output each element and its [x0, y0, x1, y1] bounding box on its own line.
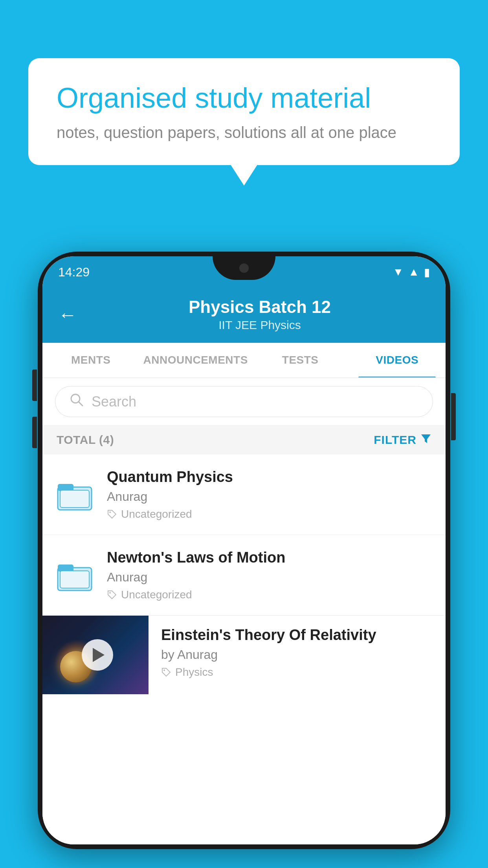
svg-marker-2: [421, 434, 431, 443]
list-item[interactable]: Einstein's Theory Of Relativity by Anura…: [42, 616, 446, 694]
list-item[interactable]: Quantum Physics Anurag Uncategorized: [42, 454, 446, 535]
tab-tests[interactable]: TESTS: [252, 343, 349, 377]
header-subtitle: IIT JEE Physics: [90, 318, 430, 332]
video-tag: Uncategorized: [107, 588, 433, 601]
tab-announcements[interactable]: ANNOUNCEMENTS: [139, 343, 252, 377]
header-title-block: Physics Batch 12 IIT JEE Physics: [90, 297, 430, 332]
bubble-title: Organised study material: [57, 82, 431, 114]
status-bar: 14:29 ▼ ▲ ▮: [42, 256, 446, 288]
filter-bar: TOTAL (4) FILTER: [42, 425, 446, 454]
video-title: Quantum Physics: [107, 469, 433, 485]
phone-notch: [213, 256, 275, 280]
speech-bubble: Organised study material notes, question…: [28, 58, 460, 165]
search-box[interactable]: Search: [55, 386, 433, 417]
tab-videos[interactable]: VIDEOS: [349, 343, 446, 377]
video-title: Einstein's Theory Of Relativity: [161, 627, 435, 644]
video-author: by Anurag: [161, 647, 435, 662]
power-button[interactable]: [451, 393, 456, 440]
header-title: Physics Batch 12: [90, 297, 430, 317]
speech-bubble-container: Organised study material notes, question…: [28, 58, 460, 165]
filter-icon: [420, 433, 431, 447]
search-area: Search: [42, 378, 446, 425]
phone-outer: 14:29 ▼ ▲ ▮ ← Physics Batch 12 IIT JEE P…: [38, 252, 450, 849]
camera: [239, 263, 249, 273]
svg-rect-5: [60, 490, 89, 508]
filter-label: FILTER: [374, 433, 416, 447]
wifi-icon: ▼: [393, 266, 404, 278]
video-thumbnail: [42, 616, 149, 694]
bubble-subtitle: notes, question papers, solutions all at…: [57, 124, 431, 142]
tabs-row: MENTS ANNOUNCEMENTS TESTS VIDEOS: [42, 343, 446, 378]
tag-label: Uncategorized: [121, 508, 192, 520]
play-button[interactable]: [82, 639, 113, 671]
filter-button[interactable]: FILTER: [374, 433, 431, 447]
svg-point-11: [163, 669, 165, 671]
total-label: TOTAL (4): [57, 433, 114, 447]
vol-down-button[interactable]: [32, 417, 37, 448]
battery-icon: ▮: [424, 266, 430, 279]
video-list: Quantum Physics Anurag Uncategorized: [42, 454, 446, 844]
status-time: 14:29: [58, 265, 90, 280]
svg-rect-9: [60, 571, 89, 588]
svg-point-6: [109, 511, 111, 513]
tag-label: Uncategorized: [121, 588, 192, 601]
play-icon: [93, 648, 105, 662]
tab-ments[interactable]: MENTS: [42, 343, 139, 377]
app-header: ← Physics Batch 12 IIT JEE Physics: [42, 288, 446, 343]
back-button[interactable]: ←: [58, 304, 77, 326]
list-item[interactable]: Newton's Laws of Motion Anurag Uncategor…: [42, 535, 446, 616]
search-icon: [70, 393, 84, 410]
tag-label: Physics: [175, 666, 213, 679]
folder-icon: [57, 478, 92, 511]
tag-icon: [161, 667, 171, 677]
video-info: Newton's Laws of Motion Anurag Uncategor…: [107, 549, 433, 601]
tag-icon: [107, 509, 117, 519]
svg-point-10: [109, 592, 111, 594]
video-title: Newton's Laws of Motion: [107, 549, 433, 566]
status-icons: ▼ ▲ ▮: [393, 266, 430, 279]
folder-icon: [57, 559, 92, 591]
folder-icon-container: [55, 555, 94, 595]
video-info: Einstein's Theory Of Relativity by Anura…: [149, 616, 446, 690]
video-author: Anurag: [107, 489, 433, 504]
signal-icon: ▲: [408, 266, 419, 278]
phone-screen: 14:29 ▼ ▲ ▮ ← Physics Batch 12 IIT JEE P…: [42, 256, 446, 844]
vol-up-button[interactable]: [32, 370, 37, 401]
tag-icon: [107, 590, 117, 600]
video-tag: Uncategorized: [107, 508, 433, 520]
video-tag: Physics: [161, 666, 435, 679]
video-info: Quantum Physics Anurag Uncategorized: [107, 469, 433, 520]
video-author: Anurag: [107, 570, 433, 585]
phone-wrapper: 14:29 ▼ ▲ ▮ ← Physics Batch 12 IIT JEE P…: [38, 252, 450, 868]
search-placeholder: Search: [92, 394, 136, 410]
svg-line-1: [79, 402, 83, 406]
folder-icon-container: [55, 475, 94, 514]
